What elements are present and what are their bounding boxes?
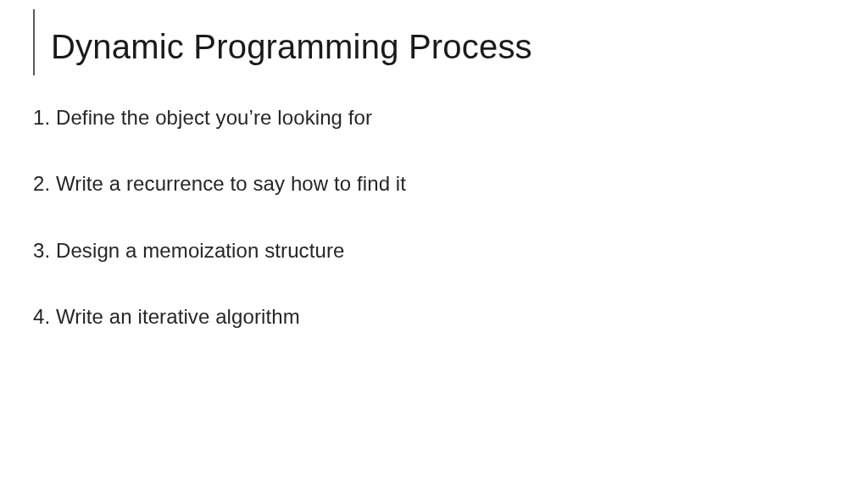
list-item: 4. Write an iterative algorithm [33,303,834,330]
list-item: 3. Design a memoization structure [33,237,834,264]
slide-title: Dynamic Programming Process [51,18,532,75]
title-rule [33,9,35,75]
slide-body: 1. Define the object you’re looking for … [33,104,834,370]
list-item: 2. Write a recurrence to say how to find… [33,170,834,197]
title-block: Dynamic Programming Process [33,18,532,75]
list-item: 1. Define the object you’re looking for [33,104,834,131]
